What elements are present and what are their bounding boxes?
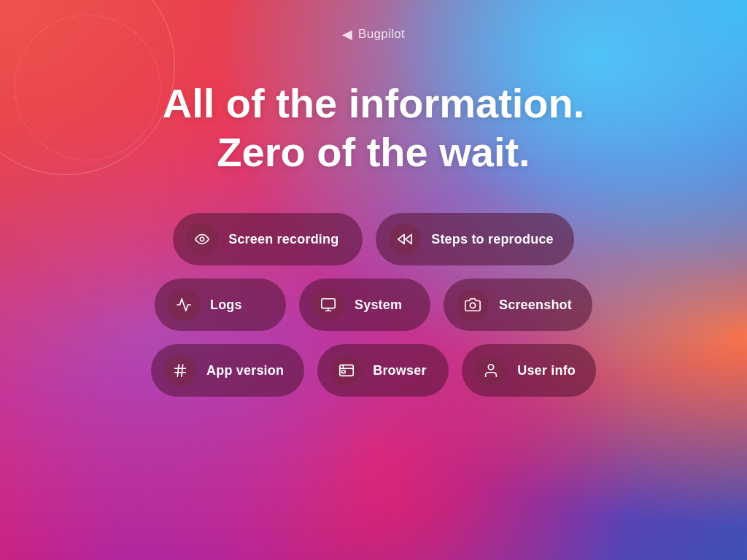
browser-icon	[338, 362, 355, 378]
logo-icon: ◀	[342, 26, 352, 42]
user-info-icon-circle	[475, 354, 507, 386]
steps-to-reproduce-label: Steps to reproduce	[431, 232, 554, 247]
app-version-label: App version	[206, 363, 284, 378]
browser-icon-circle	[330, 354, 363, 386]
activity-icon	[176, 297, 192, 313]
svg-point-13	[489, 365, 494, 370]
user-info-button[interactable]: User info	[462, 344, 596, 397]
svg-point-0	[200, 238, 204, 242]
screen-recording-icon-circle	[186, 223, 218, 255]
app-version-icon-circle	[164, 354, 196, 386]
button-row-3: App version Browser	[151, 344, 596, 397]
logs-button[interactable]: Logs	[155, 279, 286, 331]
screenshot-icon-circle	[457, 289, 489, 321]
browser-button[interactable]: Browser	[317, 344, 449, 397]
svg-rect-1	[322, 299, 335, 308]
screen-recording-label: Screen recording	[228, 232, 338, 247]
camera-icon	[465, 297, 481, 313]
monitor-icon	[320, 297, 336, 313]
headline-line1: All of the information.	[163, 80, 585, 126]
system-icon-circle	[312, 289, 344, 321]
system-label: System	[355, 298, 402, 313]
svg-line-7	[177, 365, 179, 377]
svg-line-8	[182, 365, 183, 377]
hash-icon	[172, 362, 188, 378]
logo-area: ◀ Bugpilot	[342, 26, 405, 42]
user-info-label: User info	[517, 363, 576, 378]
system-button[interactable]: System	[299, 279, 430, 331]
buttons-area: Screen recording Steps to reproduce	[96, 213, 651, 397]
main-content: ◀ Bugpilot All of the information. Zero …	[0, 0, 747, 560]
steps-to-reproduce-button[interactable]: Steps to reproduce	[376, 213, 574, 265]
button-row-2: Logs System	[155, 279, 592, 331]
user-icon	[483, 362, 499, 378]
steps-icon-circle	[389, 223, 421, 255]
app-version-button[interactable]: App version	[151, 344, 304, 397]
svg-point-4	[470, 303, 475, 308]
headline-line2: Zero of the wait.	[217, 129, 530, 175]
logo-text: Bugpilot	[358, 27, 405, 42]
eye-icon	[194, 231, 210, 247]
rewind-icon	[397, 231, 413, 247]
browser-label: Browser	[373, 363, 426, 378]
svg-rect-12	[342, 370, 346, 373]
screenshot-button[interactable]: Screenshot	[444, 279, 592, 331]
screenshot-label: Screenshot	[499, 298, 572, 313]
logs-icon-circle	[168, 289, 200, 321]
screen-recording-button[interactable]: Screen recording	[173, 213, 363, 265]
logs-label: Logs	[210, 298, 242, 313]
button-row-1: Screen recording Steps to reproduce	[173, 213, 574, 265]
headline: All of the information. Zero of the wait…	[163, 79, 585, 176]
